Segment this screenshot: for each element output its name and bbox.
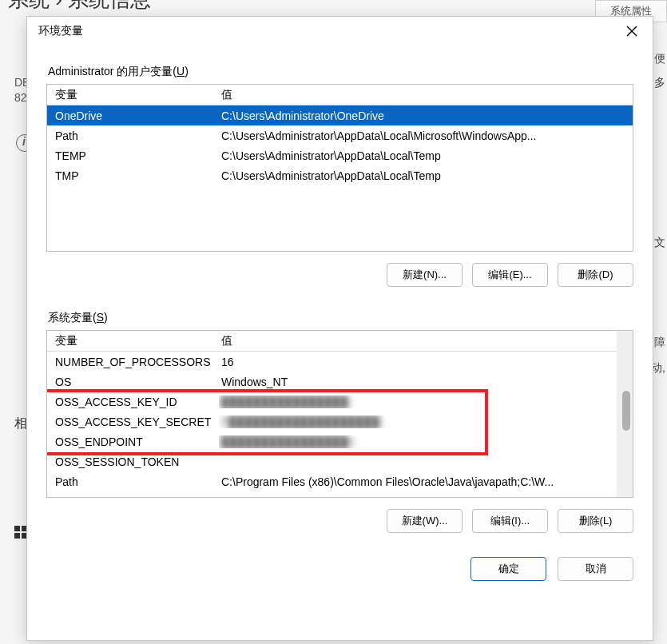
sys-edit-button[interactable]: 编辑(I)... <box>472 509 548 533</box>
ok-button[interactable]: 确定 <box>470 557 546 581</box>
table-row[interactable]: PathC:\Program Files (x86)\Common Files\… <box>47 471 617 491</box>
sys-new-button[interactable]: 新建(W)... <box>387 509 463 533</box>
table-row[interactable]: TMPC:\Users\Administrator\AppData\Local\… <box>47 165 633 185</box>
var-name: OSS_SESSION_TOKEN <box>47 455 219 468</box>
var-value: C:\Users\Administrator\OneDrive <box>219 109 633 122</box>
scrollbar-thumb[interactable] <box>622 391 630 431</box>
scrollbar[interactable] <box>617 331 633 497</box>
var-value: Windows_NT <box>219 376 617 388</box>
var-value: ████████████████ <box>219 396 617 408</box>
var-value: 16 <box>219 356 617 368</box>
var-value: C:\Users\Administrator\AppData\Local\Tem… <box>219 169 633 182</box>
cancel-button[interactable]: 取消 <box>558 557 633 581</box>
user-delete-button[interactable]: 删除(D) <box>558 263 633 287</box>
var-value: C:\Program Files (x86)\Common Files\Orac… <box>219 475 617 488</box>
bg-text: 多 <box>654 76 665 90</box>
dialog-titlebar: 环境变量 <box>27 17 653 46</box>
sys-delete-button[interactable]: 删除(L) <box>558 509 633 533</box>
table-row[interactable]: OneDriveC:\Users\Administrator\OneDrive <box>47 105 633 125</box>
env-vars-dialog: 环境变量 Administrator 的用户变量(U) 变量 值 OneDriv… <box>26 16 653 641</box>
var-name: TMP <box>47 169 219 182</box>
sys-vars-header: 变量 值 <box>47 331 617 352</box>
table-row[interactable]: PathC:\Users\Administrator\AppData\Local… <box>47 125 633 145</box>
bg-text: 便 <box>654 52 665 66</box>
bg-breadcrumb: 系统 › 系统信息 <box>0 0 151 14</box>
dialog-title: 环境变量 <box>38 24 83 38</box>
bg-text: 文 <box>654 236 665 250</box>
var-value: C:\Users\Administrator\AppData\Local\Mic… <box>219 129 633 142</box>
table-row[interactable]: OSWindows_NT <box>47 372 617 392</box>
sys-vars-list[interactable]: 变量 值 NUMBER_OF_PROCESSORS16OSWindows_NTO… <box>46 330 633 498</box>
table-row[interactable]: NUMBER_OF_PROCESSORS16 <box>47 352 617 372</box>
var-name: TEMP <box>47 149 219 162</box>
var-value: P███████████████████ <box>219 415 617 428</box>
var-name: PATHEXT <box>47 495 219 498</box>
windows-icon <box>14 526 27 539</box>
bg-text: 障 <box>654 336 665 350</box>
var-name: OS <box>47 376 219 388</box>
bg-text: 相 <box>14 415 27 432</box>
var-value: C:\Users\Administrator\AppData\Local\Tem… <box>219 149 633 162</box>
var-name: OSS_ENDPOINT <box>47 435 219 448</box>
var-name: Path <box>47 129 219 142</box>
var-name: NUMBER_OF_PROCESSORS <box>47 356 219 368</box>
var-name: OSS_ACCESS_KEY_ID <box>47 396 219 408</box>
var-name: OSS_ACCESS_KEY_SECRET <box>47 415 219 428</box>
user-vars-header: 变量 值 <box>47 85 633 105</box>
var-value: .COM;.EXE;.BAT;.CMD;.VBS;.VBE;.JS;.JSE;.… <box>219 495 617 498</box>
table-row[interactable]: OSS_SESSION_TOKEN <box>47 451 617 471</box>
close-button[interactable] <box>617 17 646 46</box>
col-header-value[interactable]: 值 <box>219 88 633 102</box>
col-header-value[interactable]: 值 <box>219 334 617 348</box>
user-new-button[interactable]: 新建(N)... <box>387 263 463 287</box>
sys-vars-label: 系统变量(S) <box>48 311 633 325</box>
table-row[interactable]: OSS_ACCESS_KEY_SECRETP██████████████████… <box>47 411 617 431</box>
col-header-name[interactable]: 变量 <box>47 334 219 348</box>
user-vars-list[interactable]: 变量 值 OneDriveC:\Users\Administrator\OneD… <box>46 84 633 252</box>
var-name: OneDrive <box>47 109 219 122</box>
table-row[interactable]: OSS_ACCESS_KEY_ID████████████████ <box>47 392 617 411</box>
user-vars-label: Administrator 的用户变量(U) <box>48 65 633 79</box>
table-row[interactable]: OSS_ENDPOINT████████████████n <box>47 431 617 451</box>
table-row[interactable]: TEMPC:\Users\Administrator\AppData\Local… <box>47 145 633 165</box>
var-value: ████████████████n <box>219 435 617 448</box>
close-icon <box>626 26 637 37</box>
var-name: Path <box>47 475 219 488</box>
user-edit-button[interactable]: 编辑(E)... <box>472 263 548 287</box>
table-row[interactable]: PATHEXT.COM;.EXE;.BAT;.CMD;.VBS;.VBE;.JS… <box>47 491 617 497</box>
col-header-name[interactable]: 变量 <box>47 88 219 102</box>
